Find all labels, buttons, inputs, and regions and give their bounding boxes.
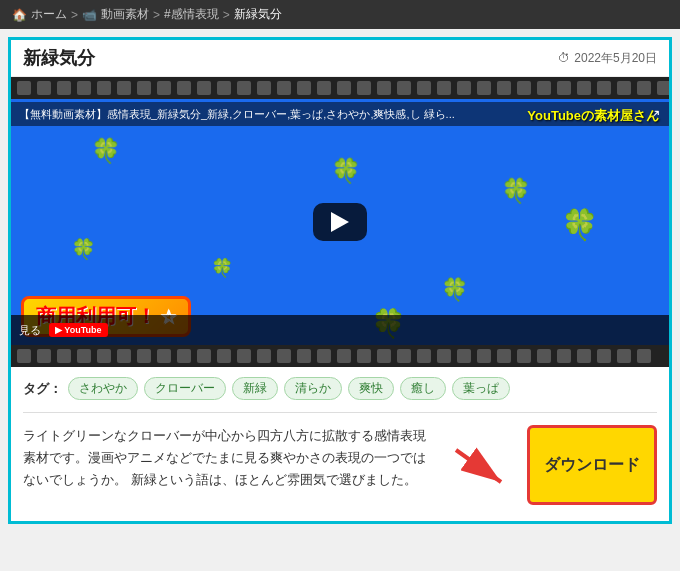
filmstrip-hole: [17, 349, 31, 363]
breadcrumb-sep-2: >: [153, 8, 160, 22]
clover-3: 🍀: [501, 177, 531, 205]
filmstrip-hole: [497, 349, 511, 363]
video-wrapper: 【無料動画素材】感情表現_新緑気分_新緑,クローバー,葉っぱ,さわやか,爽快感,…: [11, 77, 669, 367]
filmstrip-hole: [37, 81, 51, 95]
video-icon: 📹: [82, 8, 97, 22]
filmstrip-bottom: [11, 345, 669, 367]
breadcrumb-sep-1: >: [71, 8, 78, 22]
svg-line-1: [456, 450, 501, 482]
page-body: 新緑気分 ⏱ 2022年5月20日: [8, 37, 672, 524]
filmstrip-top: [11, 77, 669, 99]
header-bar: 🏠 ホーム > 📹 動画素材 > #感情表現 > 新緑気分: [0, 0, 680, 29]
filmstrip-hole: [157, 81, 171, 95]
tag-0[interactable]: さわやか: [68, 377, 138, 400]
filmstrip-hole: [637, 81, 651, 95]
video-title-text: 【無料動画素材】感情表現_新緑気分_新緑,クローバー,葉っぱ,さわやか,爽快感,…: [19, 107, 455, 122]
filmstrip-hole: [217, 349, 231, 363]
play-button[interactable]: [313, 203, 367, 241]
filmstrip-hole: [117, 349, 131, 363]
breadcrumb-home[interactable]: ホーム: [31, 6, 67, 23]
clover-7: 🍀: [441, 277, 468, 303]
filmstrip-hole: [17, 81, 31, 95]
filmstrip-hole: [317, 81, 331, 95]
filmstrip-hole: [297, 349, 311, 363]
filmstrip-hole: [437, 349, 451, 363]
filmstrip-hole: [457, 81, 471, 95]
filmstrip-hole: [57, 81, 71, 95]
yt-logo[interactable]: ▶ YouTube: [49, 323, 108, 337]
clover-2: 🍀: [331, 157, 361, 185]
tag-2[interactable]: 新緑: [232, 377, 278, 400]
filmstrip-hole: [77, 81, 91, 95]
filmstrip-hole: [557, 349, 571, 363]
filmstrip-hole: [177, 349, 191, 363]
tags-section: タグ： さわやか クローバー 新緑 清らか 爽快 癒し 葉っぱ: [11, 367, 669, 404]
filmstrip-hole: [577, 81, 591, 95]
video-bg: 【無料動画素材】感情表現_新緑気分_新緑,クローバー,葉っぱ,さわやか,爽快感,…: [11, 77, 669, 367]
filmstrip-hole: [137, 81, 151, 95]
filmstrip-hole: [57, 349, 71, 363]
filmstrip-hole: [157, 349, 171, 363]
filmstrip-hole: [137, 349, 151, 363]
filmstrip-hole: [217, 81, 231, 95]
filmstrip-hole: [617, 349, 631, 363]
filmstrip-hole: [237, 81, 251, 95]
filmstrip-hole: [277, 81, 291, 95]
page-title: 新緑気分: [23, 46, 95, 70]
filmstrip-hole: [457, 349, 471, 363]
filmstrip-hole: [177, 81, 191, 95]
filmstrip-hole: [517, 81, 531, 95]
tag-5[interactable]: 癒し: [400, 377, 446, 400]
download-button[interactable]: ダウンロード: [527, 425, 657, 505]
filmstrip-hole: [357, 349, 371, 363]
breadcrumb-video[interactable]: 動画素材: [101, 6, 149, 23]
filmstrip-hole: [197, 349, 211, 363]
filmstrip-hole: [437, 81, 451, 95]
filmstrip-hole: [517, 349, 531, 363]
red-arrow-icon: [451, 440, 511, 490]
filmstrip-hole: [417, 81, 431, 95]
filmstrip-hole: [237, 349, 251, 363]
home-icon: 🏠: [12, 8, 27, 22]
breadcrumb-sep-3: >: [223, 8, 230, 22]
breadcrumb-current: 新緑気分: [234, 6, 282, 23]
filmstrip-hole: [597, 81, 611, 95]
publish-date: 2022年5月20日: [574, 50, 657, 67]
filmstrip-hole: [357, 81, 371, 95]
filmstrip-hole: [277, 349, 291, 363]
filmstrip-hole: [617, 81, 631, 95]
description-text: ライトグリーンなクローバーが中心から四方八方に拡散する感情表現素材です。漫画やア…: [23, 425, 435, 505]
filmstrip-hole: [537, 349, 551, 363]
filmstrip-hole: [537, 81, 551, 95]
filmstrip-hole: [197, 81, 211, 95]
filmstrip-hole: [497, 81, 511, 95]
filmstrip-hole: [477, 81, 491, 95]
clover-1: 🍀: [91, 137, 121, 165]
filmstrip-hole: [337, 349, 351, 363]
filmstrip-hole: [377, 81, 391, 95]
filmstrip-hole: [417, 349, 431, 363]
tag-4[interactable]: 爽快: [348, 377, 394, 400]
clover-4: 🍀: [561, 207, 598, 242]
clover-6: 🍀: [211, 257, 233, 279]
filmstrip-hole: [477, 349, 491, 363]
date-area: ⏱ 2022年5月20日: [558, 50, 657, 67]
filmstrip-hole: [37, 349, 51, 363]
filmstrip-hole: [117, 81, 131, 95]
tags-label: タグ：: [23, 380, 62, 398]
filmstrip-hole: [397, 81, 411, 95]
filmstrip-hole: [657, 81, 669, 95]
filmstrip-hole: [557, 81, 571, 95]
tag-1[interactable]: クローバー: [144, 377, 226, 400]
tag-6[interactable]: 葉っぱ: [452, 377, 510, 400]
yt-bar-label: 見る: [19, 323, 41, 338]
filmstrip-hole: [377, 349, 391, 363]
filmstrip-hole: [317, 349, 331, 363]
filmstrip-hole: [257, 349, 271, 363]
tag-3[interactable]: 清らか: [284, 377, 342, 400]
divider: [23, 412, 657, 413]
filmstrip-hole: [257, 81, 271, 95]
clover-5: 🍀: [71, 237, 96, 261]
breadcrumb: 🏠 ホーム > 📹 動画素材 > #感情表現 > 新緑気分: [12, 6, 282, 23]
breadcrumb-emotion[interactable]: #感情表現: [164, 6, 219, 23]
